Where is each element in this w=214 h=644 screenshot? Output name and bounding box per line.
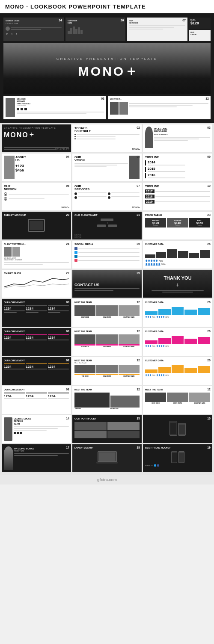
slide-profile-team: 14 GEORGE LUCAS PROFILE TEAM	[2, 415, 71, 443]
slide-meet-team-yellow: 12 MEET THE TEAM Meet The TeaM TOE HOOD …	[72, 357, 142, 385]
slide-our-services: 07 OUR SERVICES	[72, 183, 142, 210]
page-title: MONO - LOOKBOOK POWERPOINT TEMPLATE	[5, 3, 209, 10]
slide-achievement-dark3: 08 OUR ACHIEVEMENT 1234 1234 1234	[2, 357, 71, 385]
slide-tablet-mockup: 20 TABLET MOCKUP	[2, 212, 71, 239]
slide-chart: 27 CHART SLIDE	[2, 270, 71, 298]
preview-section-main: CREATIVE PRESENTATION TEMPLATE MONO + MO…	[0, 123, 214, 475]
row-about-vision-timeline: 04 ABOUT US +123 $456 05 OUR VISION	[2, 154, 212, 181]
slide-preview-business: BUSI... $129	[189, 18, 211, 29]
slide-preview-meet-team-hero: 12 MEET THE T...	[108, 96, 211, 119]
slide-todays-schedule: 02 TODAY'S SCHEDULE	[72, 124, 142, 152]
slide-social-media: 25 SOCIAL MEDIA	[72, 241, 142, 269]
slide-customer-pink: 26 CUSTOMER DATA 👤👤👤 75% 👤👤👤👤 80%	[143, 328, 212, 356]
hero-section: GEORGE LUCAS PROFILE TEAM 14 in t f 26 C…	[0, 14, 214, 123]
slide-ongoing-works: 17 ON GOING WORKS PROJECT NAME	[2, 444, 71, 472]
row-achieve-team-customer-blue: 08 OUR ACHIEVEMENT 1234 1234 1234	[2, 299, 212, 327]
twitter-icon: t	[10, 32, 14, 35]
fb-icon	[24, 108, 27, 110]
slide-preview-customer: 26 CUSTOMER DATA	[65, 18, 126, 41]
slide-preview-vision: OUR VISION	[189, 30, 211, 41]
row-schedule-welcome: CREATIVE PRESENTATION TEMPLATE MONO + MO…	[2, 124, 212, 152]
slide-our-mission: 06 OUR MISSION	[2, 183, 71, 210]
in-icon: in	[17, 108, 19, 110]
slide-our-vision: 05 OUR VISION	[72, 154, 142, 181]
slide-preview-services: 07 OUR SERVICES	[127, 18, 187, 41]
slide-timeline-10: 10 Timeline 2017 2018 2019	[143, 183, 212, 210]
slide-price-table: 23 PRICE TABLE Business $120 Features Pr…	[143, 212, 212, 239]
slide-achievement-dark: 08 OUR ACHIEVEMENT 1234 1234 1234	[2, 299, 71, 327]
slide-meet-team-bw2: 12 MEET THE TEAM EDGY HOOD EMILY WHITE C…	[143, 386, 212, 414]
slide-16: 16	[143, 415, 212, 443]
hero-main-slide: CREATIVE PRESENTATION TEMPLATE MONO +	[3, 43, 211, 94]
facebook-icon: f	[15, 32, 18, 35]
slide-customer-yellow: 26 CUSTOMER DATA 👤👤👤 75% 👤👤👤👤 80%	[143, 357, 212, 385]
header: MONO - LOOKBOOK POWERPOINT TEMPLATE	[0, 0, 214, 14]
slide-thank-you: THANK YOU +	[143, 270, 212, 298]
watermark: gfxtra.com	[0, 475, 214, 484]
top-slides-row: GEORGE LUCAS PROFILE TEAM 14 in t f 26 C…	[3, 18, 211, 41]
slide-client-testimonial: 24 CLIENT TESTIMONI... MICHEL JO - ACTOR…	[2, 241, 71, 269]
slide-smartphone-mockup: 19 SMARTPHONE MOCKUP Follow Us:	[143, 444, 212, 472]
slide-meet-team-pink: 12 MEET THE TEAM EDGY HOOD EMILY WHITE	[72, 328, 142, 356]
slide-mono-intro: CREATIVE PRESENTATION TEMPLATE MONO + MO…	[2, 124, 71, 152]
slide-achievement-dark2: 08 OUR ACHIEVEMENT 1234 1234 1234	[2, 328, 71, 356]
slide-preview-welcome: WELCOME MESSAGE NANCY MENDEZ CEO/FOUNDER…	[3, 96, 106, 119]
linkedin-icon: in	[6, 32, 9, 35]
row-mission-services-timeline: 06 OUR MISSION	[2, 183, 212, 210]
slide-preview-profile: GEORGE LUCAS PROFILE TEAM 14 in t f	[3, 18, 64, 41]
bottom-slides-row: WELCOME MESSAGE NANCY MENDEZ CEO/FOUNDER…	[3, 96, 211, 119]
row-profile-portfolio-16: 14 GEORGE LUCAS PROFILE TEAM	[2, 415, 212, 443]
row-tablet-flowchart-price: 20 TABLET MOCKUP 21 OUR FLOWCHART	[2, 212, 212, 239]
slide-achievement-white: 08 OUR ACHIEVEMENT 1234 1234 1234	[2, 386, 71, 414]
row-achieve-team-customer-yellow: 08 OUR ACHIEVEMENT 1234 1234 1234	[2, 357, 212, 385]
slide-about-us: 04 ABOUT US +123 $456	[2, 154, 71, 181]
slide-customer-data: 26 CUSTOMER DATA 👤👤👤👤👤 75% 👤👤👤👤👤�	[143, 241, 212, 269]
slide-meet-team-bw: 12 MEET THE TEAM JOHN LEU ADORIA DUE	[72, 386, 142, 414]
row-achieve-white-meetteam: 08 OUR ACHIEVEMENT 1234 1234 1234	[2, 386, 212, 414]
tw-icon	[21, 108, 23, 110]
slide-meet-team-persons: 12 MEET THE TEAM EDGY HOOD EMILY WHITE C…	[72, 299, 142, 327]
row-achieve-team-customer-pink: 08 OUR ACHIEVEMENT 1234 1234 1234	[2, 328, 212, 356]
slide-welcome-small: 03 WELCOME MESSAGE NANCY MENDEZ	[143, 124, 212, 152]
row-ongoing-laptop-smartphone: 17 ON GOING WORKS PROJECT NAME	[2, 444, 212, 472]
row-chart-contact-thankyou: 27 CHART SLIDE 29 CONTACT US	[2, 270, 212, 298]
row-testimonial-social-customer: 24 CLIENT TESTIMONI... MICHEL JO - ACTOR…	[2, 241, 212, 269]
slide-contact-us: 29 CONTACT US	[72, 270, 142, 298]
slide-portfolio: 15 OUR PORTFOLIO	[72, 415, 142, 443]
slide-laptop-mockup: 18 LAPTOP MOCKUP	[72, 444, 142, 472]
slide-our-flowchart: 21 OUR FLOWCHART STEP 01 STEP 02	[72, 212, 142, 239]
slide-timeline-09: 09 Timeline 2014 2015 2016	[143, 154, 212, 181]
slide-customer-blue: 26 CUSTOMER DATA 👤👤👤 75% 👤👤👤👤 80%	[143, 299, 212, 327]
